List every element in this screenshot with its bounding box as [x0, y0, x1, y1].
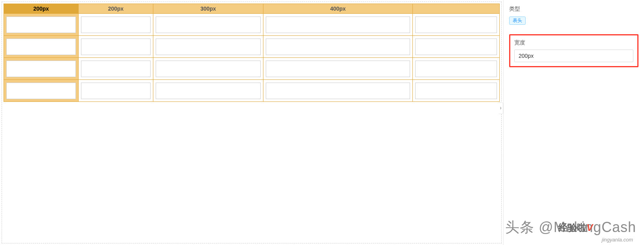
chevron-right-icon	[499, 106, 502, 110]
cell-input[interactable]	[81, 39, 151, 55]
cell-input[interactable]	[81, 17, 151, 33]
table-row	[4, 36, 500, 58]
cell-input[interactable]	[415, 61, 497, 77]
cell-input[interactable]	[415, 39, 497, 55]
table-cell[interactable]	[4, 58, 79, 80]
table-cell[interactable]	[263, 36, 413, 58]
column-header-1[interactable]: 200px	[79, 4, 153, 14]
table-row	[4, 14, 500, 36]
type-label: 类型	[509, 6, 638, 13]
table-row	[4, 58, 500, 80]
cell-input[interactable]	[415, 83, 497, 99]
cell-input[interactable]	[156, 83, 261, 99]
cell-input[interactable]	[6, 83, 76, 99]
table-cell[interactable]	[79, 58, 153, 80]
type-tag[interactable]: 表头	[509, 17, 526, 25]
table-cell[interactable]	[413, 80, 500, 102]
width-section-highlight: 宽度	[509, 34, 638, 67]
table-header-row: 200px200px300px400px	[4, 4, 500, 14]
properties-panel: 类型 表头 宽度	[503, 0, 644, 245]
cell-input[interactable]	[266, 39, 410, 55]
table-cell[interactable]	[4, 80, 79, 102]
canvas-container[interactable]: 200px200px300px400px	[2, 2, 502, 243]
canvas-area: 200px200px300px400px	[0, 0, 503, 245]
table-cell[interactable]	[413, 14, 500, 36]
cell-input[interactable]	[156, 39, 261, 55]
cell-input[interactable]	[156, 17, 261, 33]
panel-collapse-handle[interactable]	[499, 102, 503, 114]
column-header-2[interactable]: 300px	[153, 4, 263, 14]
cell-input[interactable]	[6, 61, 76, 77]
table-body	[4, 14, 500, 102]
cell-input[interactable]	[266, 83, 410, 99]
table-cell[interactable]	[4, 36, 79, 58]
cell-input[interactable]	[266, 17, 410, 33]
table-cell[interactable]	[79, 14, 153, 36]
table-cell[interactable]	[79, 36, 153, 58]
table-cell[interactable]	[153, 80, 263, 102]
table-cell[interactable]	[263, 14, 413, 36]
cell-input[interactable]	[81, 61, 151, 77]
design-table: 200px200px300px400px	[4, 4, 500, 102]
table-cell[interactable]	[153, 14, 263, 36]
column-header-0[interactable]: 200px	[4, 4, 79, 14]
column-header-4[interactable]	[413, 4, 500, 14]
table-cell[interactable]	[153, 58, 263, 80]
cell-input[interactable]	[6, 39, 76, 55]
cell-input[interactable]	[266, 61, 410, 77]
table-cell[interactable]	[263, 80, 413, 102]
table-cell[interactable]	[413, 36, 500, 58]
table-cell[interactable]	[79, 80, 153, 102]
cell-input[interactable]	[81, 83, 151, 99]
table-cell[interactable]	[153, 36, 263, 58]
width-input[interactable]	[514, 50, 633, 62]
column-header-3[interactable]: 400px	[263, 4, 413, 14]
cell-input[interactable]	[415, 17, 497, 33]
table-cell[interactable]	[413, 58, 500, 80]
table-cell[interactable]	[4, 14, 79, 36]
cell-input[interactable]	[6, 17, 76, 33]
table-cell[interactable]	[263, 58, 413, 80]
cell-input[interactable]	[156, 61, 261, 77]
table-row	[4, 80, 500, 102]
width-label: 宽度	[514, 39, 633, 46]
